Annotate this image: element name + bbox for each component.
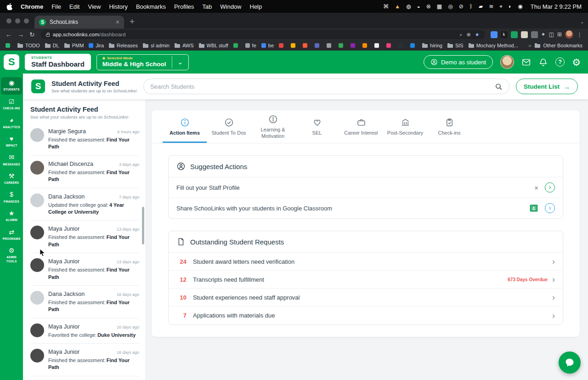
menu-item[interactable]: File [51, 3, 61, 10]
sidebar-item[interactable]: ◕ ANALYTICS [1, 114, 22, 132]
bookmark-item[interactable] [362, 43, 369, 48]
bookmark-item[interactable] [279, 43, 286, 48]
menu-item[interactable]: Profiles [174, 3, 194, 10]
tab-career-interest[interactable]: Career Interest [339, 110, 383, 143]
sidebar-item[interactable]: ★ ALUMNI [1, 208, 22, 225]
browser-tab[interactable]: S SchooLinks × [34, 16, 124, 28]
schoolinks-logo[interactable]: S [4, 54, 19, 70]
chevron-right-icon[interactable]: › [552, 293, 555, 301]
suggested-action-row[interactable]: Share SchooLinks with your students in G… [169, 198, 563, 218]
bookmark-item[interactable]: DL [45, 43, 59, 48]
feed-item[interactable]: Maya Junior 13 days ago Finished the ass… [30, 253, 139, 286]
sidebar-item[interactable]: ☑ CHECK-INS [1, 96, 22, 113]
bookmark-item[interactable]: PMM [64, 43, 84, 48]
window-close-button[interactable] [6, 18, 11, 23]
menu-item[interactable]: Edit [69, 3, 79, 10]
student-name[interactable]: Maya Junior [48, 349, 79, 355]
tab-close-icon[interactable]: × [116, 18, 119, 26]
feed-item[interactable]: Michael Discenza 3 days ago Finished the… [30, 156, 139, 188]
chevron-down-icon[interactable]: ⌄ [178, 58, 183, 66]
browser-profile-avatar[interactable] [565, 30, 573, 39]
feed-item[interactable]: Margie Segura 6 hours ago Finished the a… [30, 123, 139, 156]
student-name[interactable]: Margie Segura [48, 128, 86, 135]
chevron-right-icon[interactable]: › [552, 257, 555, 266]
forward-button[interactable]: → [17, 31, 24, 38]
go-chevron-button[interactable]: › [545, 203, 555, 213]
student-name[interactable]: Dana Jackson [48, 291, 85, 297]
go-chevron-button[interactable]: › [545, 182, 555, 193]
bookmark-item[interactable]: Mochary Method... [469, 43, 518, 48]
bookmark-item[interactable]: SIS [447, 43, 464, 48]
bookmark-item[interactable]: Releases [109, 43, 138, 48]
do-not-disturb-icon[interactable]: ⊘ [459, 4, 464, 9]
bookmark-item[interactable] [398, 43, 405, 48]
menu-item[interactable]: History [109, 3, 127, 10]
menu-item[interactable]: Tab [202, 3, 212, 10]
search-icon[interactable] [495, 83, 503, 91]
sidebar-item[interactable]: ◉ STUDENTS [1, 77, 22, 95]
extension-keyboard-icon[interactable] [521, 31, 528, 38]
bookmark-item[interactable] [386, 43, 393, 48]
feed-item[interactable]: Dana Jackson 7 days ago Updated their co… [30, 188, 139, 221]
notifications-bell-icon[interactable] [538, 57, 548, 67]
request-row[interactable]: 10 Student experiences need staff approv… [169, 289, 563, 306]
color-profile-icon[interactable]: ◒ [417, 4, 420, 9]
bookmark-item[interactable] [327, 43, 334, 48]
bookmark-item[interactable]: AWS [175, 43, 194, 48]
bookmark-item[interactable]: sl admin [143, 43, 170, 48]
window-zoom-button[interactable] [24, 18, 29, 23]
new-tab-button[interactable]: + [130, 17, 135, 26]
tab-search-chevron-icon[interactable]: ⌄ [580, 19, 584, 25]
menu-item[interactable]: Bookmarks [136, 3, 166, 10]
control-center-icon[interactable]: ◐ [509, 4, 512, 9]
browser-menu-kebab-icon[interactable]: ⋮ [577, 31, 582, 38]
bookmark-item[interactable] [303, 43, 310, 48]
student-list-button[interactable]: Student List → [516, 79, 578, 94]
student-name[interactable]: Dana Jackson [48, 193, 85, 200]
sidebar-item[interactable]: ✉ MESSAGES [1, 152, 22, 169]
menu-item[interactable]: Help [250, 3, 262, 10]
sidebar-item[interactable]: $ FINANCES [1, 189, 22, 206]
dismiss-icon[interactable]: × [534, 184, 538, 191]
bookmark-item[interactable]: be [261, 43, 274, 48]
mail-icon[interactable] [521, 57, 531, 67]
bookmark-item[interactable]: Jira [89, 43, 104, 48]
help-icon[interactable]: ? [555, 57, 565, 67]
request-row[interactable]: 12 Transcripts need fulfillment 673 Days… [169, 271, 563, 289]
extension-green-icon[interactable] [511, 31, 518, 38]
bluetooth-icon[interactable]: ᛒ [469, 4, 473, 9]
bookmark-item[interactable] [351, 43, 357, 48]
tab-groups-icon[interactable]: ⊞ [557, 31, 562, 38]
other-bookmarks[interactable]: Other Bookmarks [535, 43, 582, 48]
settings-gear-icon[interactable]: ⚙ [572, 57, 581, 67]
student-name[interactable]: Michael Discenza [48, 161, 93, 167]
wifi-icon[interactable]: ≋ [489, 4, 493, 9]
tab-learning-motivation[interactable]: Learning & Motivation [251, 110, 295, 143]
back-button[interactable]: ← [6, 31, 12, 38]
student-name[interactable]: Maya Junior [48, 323, 79, 330]
window-grid-icon[interactable]: ▦ [437, 4, 442, 9]
bookmark-item[interactable] [233, 43, 240, 48]
active-app-name[interactable]: Chrome [21, 3, 43, 10]
bookmark-item[interactable] [291, 43, 298, 48]
extension-k-icon[interactable]: k [501, 31, 508, 38]
settings-icon[interactable]: ⊛ [426, 4, 431, 9]
bookmark-item[interactable] [339, 43, 345, 48]
apple-logo-icon[interactable] [6, 3, 12, 10]
siri-icon[interactable]: ◉ [518, 4, 522, 9]
extension-gray-icon[interactable] [531, 31, 538, 38]
search-in-page-icon[interactable]: ⌕ [459, 32, 462, 38]
bookmarks-overflow-icon[interactable]: » [528, 43, 531, 48]
menu-item[interactable]: Window [220, 3, 241, 10]
suggested-action-row[interactable]: Fill out your Staff Profile × › [169, 177, 563, 198]
bookmark-item[interactable]: WBL stuff [199, 43, 228, 48]
demo-as-student-button[interactable]: Demo as student [424, 55, 493, 69]
reload-button[interactable]: ↻ [29, 31, 35, 38]
window-minimize-button[interactable] [15, 18, 20, 23]
chevron-right-icon[interactable]: › [552, 275, 555, 284]
user-avatar[interactable] [500, 55, 514, 69]
feed-scrollbar[interactable] [142, 207, 144, 244]
bookmark-item[interactable]: fe [245, 43, 256, 48]
bookmark-item[interactable]: TODO [17, 43, 40, 48]
feed-item[interactable]: Maya Junior 16 days ago Finished the ass… [30, 344, 139, 376]
